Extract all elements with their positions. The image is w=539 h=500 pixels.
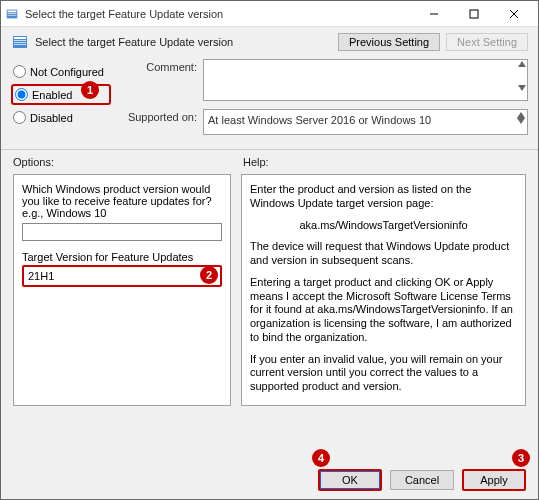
supported-spinner xyxy=(517,112,525,124)
svg-rect-7 xyxy=(14,40,26,41)
apply-wrap: 3 Apply xyxy=(462,469,526,491)
help-header: Help: xyxy=(243,156,526,168)
apply-button[interactable]: Apply xyxy=(462,469,526,491)
titlebar: Select the target Feature Update version xyxy=(1,1,538,27)
comment-spinner xyxy=(518,61,526,91)
options-question: Which Windows product version would you … xyxy=(22,183,222,219)
next-setting-button: Next Setting xyxy=(446,33,528,51)
dialog-buttons: 4 OK Cancel 3 Apply xyxy=(1,469,538,491)
comment-label: Comment: xyxy=(117,59,197,73)
subtitle-text: Select the target Feature Update version xyxy=(35,36,233,48)
subtitle-row: Select the target Feature Update version xyxy=(11,33,338,51)
target-version-wrap: 2 xyxy=(22,265,222,287)
product-version-input[interactable] xyxy=(22,223,222,241)
help-p4: Entering a target product and clicking O… xyxy=(250,276,517,345)
help-panel: Enter the product and version as listed … xyxy=(241,174,526,406)
ok-button[interactable]: OK xyxy=(318,469,382,491)
radio-disabled-input[interactable] xyxy=(13,111,26,124)
maximize-button[interactable] xyxy=(454,2,494,26)
help-p5: If you enter an invalid value, you will … xyxy=(250,353,517,394)
radio-disabled-label: Disabled xyxy=(30,112,73,124)
radio-enabled-label: Enabled xyxy=(32,89,72,101)
callout-2: 2 xyxy=(200,266,218,284)
svg-rect-4 xyxy=(470,10,478,18)
help-p3: The device will request that Windows Upd… xyxy=(250,240,517,268)
help-p1: Enter the product and version as listed … xyxy=(250,183,517,211)
comment-field: Comment: xyxy=(117,59,528,103)
svg-rect-6 xyxy=(14,37,26,39)
header-section: Select the target Feature Update version… xyxy=(1,27,538,59)
comment-textarea[interactable] xyxy=(203,59,528,101)
chevron-up-icon[interactable] xyxy=(518,61,526,67)
options-panel: Which Windows product version would you … xyxy=(13,174,231,406)
state-radios: Not Configured Enabled 1 Disabled xyxy=(11,59,111,135)
svg-rect-9 xyxy=(14,44,26,45)
radio-enabled-input[interactable] xyxy=(15,88,28,101)
svg-rect-1 xyxy=(8,10,17,12)
supported-label: Supported on: xyxy=(117,109,197,123)
chevron-down-icon[interactable] xyxy=(517,118,525,124)
section-headers: Options: Help: xyxy=(1,156,538,168)
radio-not-configured-input[interactable] xyxy=(13,65,26,78)
dialog-window: Select the target Feature Update version… xyxy=(0,0,539,500)
policy-icon xyxy=(11,33,29,51)
options-header: Options: xyxy=(13,156,231,168)
target-version-label: Target Version for Feature Updates xyxy=(22,251,222,263)
supported-value: At least Windows Server 2016 or Windows … xyxy=(203,109,528,135)
target-version-input[interactable] xyxy=(22,265,222,287)
panels: Which Windows product version would you … xyxy=(1,168,538,406)
app-icon xyxy=(5,7,19,21)
minimize-button[interactable] xyxy=(414,2,454,26)
window-title: Select the target Feature Update version xyxy=(25,8,414,20)
help-text: Enter the product and version as listed … xyxy=(250,183,517,394)
chevron-down-icon[interactable] xyxy=(518,85,526,91)
fields-column: Comment: Supported on: At least Windows … xyxy=(117,59,528,135)
svg-rect-2 xyxy=(8,13,17,14)
radio-disabled[interactable]: Disabled xyxy=(11,109,111,126)
nav-buttons: Previous Setting Next Setting xyxy=(338,33,528,51)
callout-1: 1 xyxy=(81,81,99,99)
supported-field: Supported on: At least Windows Server 20… xyxy=(117,109,528,135)
close-button[interactable] xyxy=(494,2,534,26)
divider xyxy=(1,149,538,150)
callout-4: 4 xyxy=(312,449,330,467)
ok-wrap: 4 OK xyxy=(318,469,382,491)
svg-rect-8 xyxy=(14,42,26,43)
cancel-button[interactable]: Cancel xyxy=(390,470,454,490)
supported-text: At least Windows Server 2016 or Windows … xyxy=(208,114,431,126)
config-row: Not Configured Enabled 1 Disabled Commen… xyxy=(1,59,538,143)
previous-setting-button[interactable]: Previous Setting xyxy=(338,33,440,51)
radio-not-configured-label: Not Configured xyxy=(30,66,104,78)
callout-3: 3 xyxy=(512,449,530,467)
help-p2: aka.ms/WindowsTargetVersioninfo xyxy=(250,219,517,233)
radio-not-configured[interactable]: Not Configured xyxy=(11,63,111,80)
svg-rect-3 xyxy=(8,14,17,15)
